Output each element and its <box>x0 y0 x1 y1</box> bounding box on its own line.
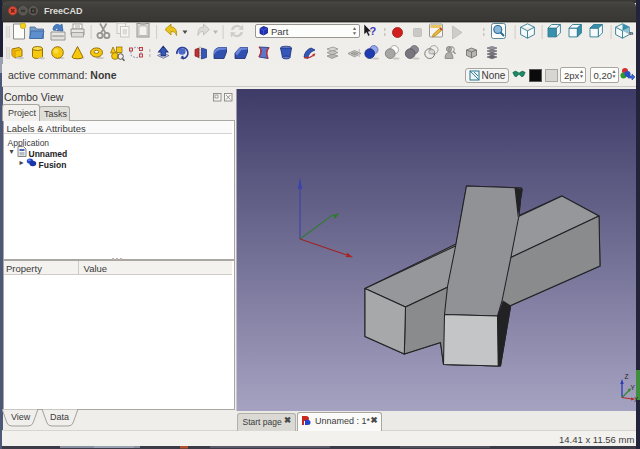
svg-text:Y: Y <box>631 384 636 391</box>
svg-text:»: » <box>629 29 634 38</box>
svg-text:?: ? <box>370 25 377 37</box>
svg-text:X: X <box>634 396 639 403</box>
svg-text:Z: Z <box>625 373 629 380</box>
